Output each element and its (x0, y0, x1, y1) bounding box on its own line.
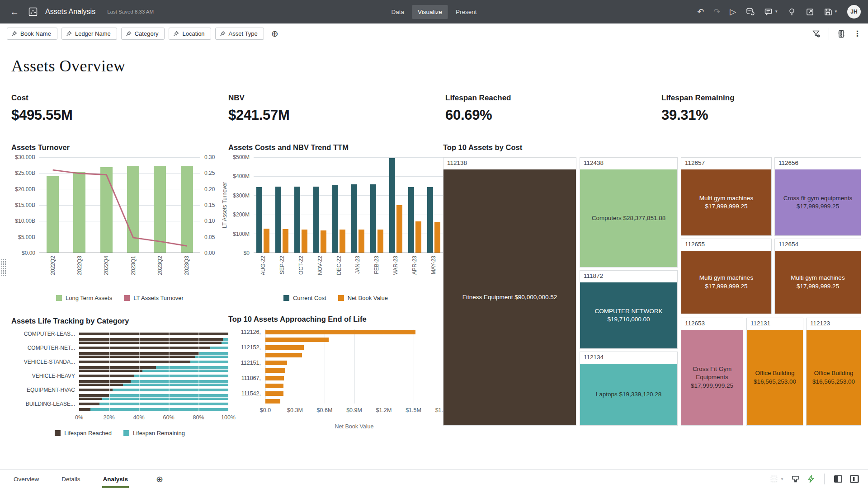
open-in-new-icon[interactable] (806, 8, 814, 16)
bar-current-cost[interactable] (256, 187, 262, 253)
chart-assets-turnover[interactable]: Assets Turnover $30.00B$25.00B$20.00B$15… (11, 143, 228, 301)
segment-lifespan-remaining[interactable] (90, 408, 228, 411)
canvas-tab-overview[interactable]: Overview (13, 470, 40, 488)
grid-layout-icon[interactable]: ▼ (770, 475, 784, 483)
segment-lifespan-remaining[interactable] (134, 375, 228, 377)
legend-item[interactable]: LT Assets Turnover (124, 295, 184, 301)
add-canvas-icon[interactable]: ⊕ (156, 470, 163, 488)
kpi-nbv[interactable]: NBV $241.57M (228, 94, 445, 123)
chart-top10-end-of-life[interactable]: Top 10 Assets Approaching End of Life 11… (228, 315, 443, 430)
treemap-tile-112653[interactable]: 112653Cross Fit Gym Equipments $17,999,9… (681, 318, 743, 426)
redo-icon[interactable]: ↷ (713, 8, 720, 16)
bar-net-book-value[interactable] (302, 230, 307, 253)
auto-refresh-bolt-icon[interactable] (807, 475, 815, 483)
stacked-bar[interactable] (79, 375, 228, 377)
stacked-bar[interactable] (79, 384, 228, 386)
segment-lifespan-reached[interactable] (79, 342, 222, 344)
segment-lifespan-reached[interactable] (79, 366, 156, 369)
segment-lifespan-remaining[interactable] (199, 352, 228, 355)
avatar[interactable]: JH (847, 5, 861, 19)
filter-chip-book-name[interactable]: Book Name (7, 28, 57, 40)
bar-current-cost[interactable] (408, 187, 414, 253)
segment-lifespan-reached[interactable] (79, 370, 142, 372)
plot-area[interactable] (254, 157, 443, 253)
stacked-bar[interactable] (79, 356, 228, 358)
panel-left-icon[interactable] (834, 475, 843, 483)
undo-icon[interactable]: ↶ (697, 8, 704, 16)
filter-chip-location[interactable]: Location (169, 28, 211, 40)
stacked-bar[interactable] (79, 347, 228, 349)
plot-area[interactable]: COMPUTER-LEAS...COMPUTER-NET...VEHICLE-S… (11, 331, 228, 411)
segment-lifespan-remaining[interactable] (195, 356, 228, 358)
segment-lifespan-reached[interactable] (79, 408, 90, 411)
segment-lifespan-remaining[interactable] (142, 370, 228, 372)
add-filter-icon[interactable]: ⊕ (271, 28, 278, 39)
canvas-tab-details[interactable]: Details (61, 470, 81, 488)
plot-area[interactable]: 112126,112152,112151,111867,111542, (228, 329, 443, 404)
segment-lifespan-reached[interactable] (79, 352, 199, 355)
filter-chip-ledger-name[interactable]: Ledger Name (61, 28, 117, 40)
segment-lifespan-reached[interactable] (79, 380, 131, 383)
canvas-properties-icon[interactable] (837, 29, 846, 38)
bar-net-book-value[interactable] (265, 376, 284, 380)
tab-visualize[interactable]: Visualize (412, 5, 448, 19)
stacked-bar[interactable] (79, 333, 228, 335)
treemap-tile-111872[interactable]: 111872COMPUTER NETWORK $19,710,000.00 (580, 270, 678, 349)
insights-bulb-icon[interactable] (788, 8, 796, 16)
lt-assets-turnover-line[interactable] (53, 170, 187, 246)
segment-lifespan-reached[interactable] (79, 394, 109, 397)
bar-current-cost[interactable] (427, 187, 433, 253)
segment-lifespan-reached[interactable] (79, 375, 134, 377)
bar-net-book-value[interactable] (265, 361, 287, 365)
filter-funnel-icon[interactable] (812, 29, 821, 38)
legend-item[interactable]: Lifespan Remaining (123, 430, 185, 436)
segment-lifespan-remaining[interactable] (210, 347, 228, 349)
bar-current-cost[interactable] (370, 184, 376, 253)
bar-net-book-value[interactable] (265, 384, 283, 388)
bar-net-book-value[interactable] (434, 222, 440, 253)
segment-lifespan-reached[interactable] (79, 333, 228, 335)
stacked-bar[interactable] (79, 408, 228, 411)
legend-item[interactable]: Long Term Assets (56, 295, 112, 301)
chart-life-tracking[interactable]: Assets Life Tracking by Category COMPUTE… (11, 317, 228, 436)
segment-lifespan-reached[interactable] (79, 403, 99, 405)
treemap-tile-112657[interactable]: 112657Multi gym machines $17,999,999.25 (681, 157, 772, 236)
stacked-bar[interactable] (79, 366, 228, 369)
filter-chip-category[interactable]: Category (121, 28, 165, 40)
chart-cost-nbv-trend[interactable]: Assets Costs and NBV Trend TTM $500M$400… (228, 143, 443, 301)
save-caret-icon[interactable]: ▼ (834, 10, 838, 14)
segment-lifespan-remaining[interactable] (223, 338, 228, 341)
bar-current-cost[interactable] (294, 187, 300, 253)
bar-net-book-value[interactable] (265, 330, 415, 334)
tab-data[interactable]: Data (386, 5, 410, 19)
refresh-data-icon[interactable] (745, 7, 755, 16)
segment-lifespan-remaining[interactable] (156, 366, 228, 369)
segment-lifespan-reached[interactable] (79, 347, 210, 349)
stacked-bar[interactable] (79, 338, 228, 341)
kpi-cost[interactable]: Cost $495.55M (11, 94, 228, 123)
canvas-tab-analysis[interactable]: Analysis (102, 470, 129, 488)
bar-net-book-value[interactable] (321, 230, 326, 253)
tab-present[interactable]: Present (450, 5, 483, 19)
back-arrow-icon[interactable]: ← (7, 7, 22, 17)
canvas-row-drag-handle[interactable] (1, 258, 7, 277)
bar-net-book-value[interactable] (265, 399, 280, 404)
segment-lifespan-reached[interactable] (79, 361, 190, 363)
stacked-bar[interactable] (79, 394, 228, 397)
plot-area[interactable] (39, 157, 200, 253)
stacked-bar[interactable] (79, 361, 228, 363)
bar-net-book-value[interactable] (415, 221, 421, 253)
bar-net-book-value[interactable] (265, 391, 283, 396)
bar-net-book-value[interactable] (359, 230, 364, 253)
bar-current-cost[interactable] (332, 185, 338, 253)
bar-net-book-value[interactable] (265, 345, 304, 350)
stacked-bar[interactable] (79, 342, 228, 344)
treemap-tile-112134[interactable]: 112134Laptops $19,339,120.28 (580, 352, 678, 426)
treemap-tile-112138[interactable]: 112138Fitness Equipment $90,000,000.52 (443, 157, 576, 426)
stacked-bar[interactable] (79, 380, 228, 383)
treemap-tile-112656[interactable]: 112656Cross fit gym equipments $17,999,9… (774, 157, 861, 236)
stacked-bar[interactable] (79, 352, 228, 355)
treemap-tile-112123[interactable]: 112123Office Building $16,565,253.00 (806, 318, 861, 426)
segment-lifespan-remaining[interactable] (222, 342, 228, 344)
bar-net-book-value[interactable] (340, 230, 345, 253)
